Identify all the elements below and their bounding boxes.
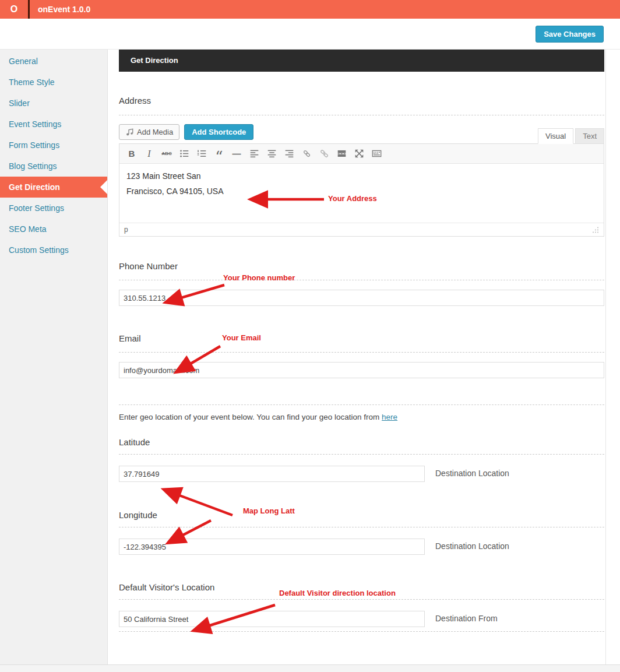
bottom-strip bbox=[0, 664, 620, 672]
address-heading: Address bbox=[119, 96, 604, 105]
sidebar-item-event-settings[interactable]: Event Settings bbox=[0, 114, 107, 135]
tab-text[interactable]: Text bbox=[575, 128, 604, 144]
section-divider bbox=[119, 599, 604, 600]
email-heading: Email bbox=[119, 333, 604, 343]
brand-title: onEvent 1.0.0 bbox=[30, 0, 90, 19]
sidebar-item-general[interactable]: General bbox=[0, 51, 107, 72]
horizontal-rule-icon[interactable]: — bbox=[228, 146, 245, 161]
editor-header: Add Media Add Shortcode Visual Text bbox=[119, 124, 604, 143]
sidebar-item-get-direction[interactable]: Get Direction bbox=[0, 177, 107, 198]
sidebar-item-custom-settings[interactable]: Custom Settings bbox=[0, 240, 107, 261]
tab-visual[interactable]: Visual bbox=[538, 128, 573, 144]
settings-panel: Get Direction Address Add Media Add Shor… bbox=[108, 50, 605, 664]
blockquote-icon[interactable]: “ bbox=[210, 146, 228, 161]
section-divider bbox=[119, 454, 604, 455]
settings-sidebar: General Theme Style Slider Event Setting… bbox=[0, 50, 108, 664]
latitude-side-label: Destination Location bbox=[435, 466, 509, 478]
toolbar-toggle-icon[interactable] bbox=[368, 146, 385, 161]
media-note-icon bbox=[125, 128, 134, 136]
save-changes-button[interactable]: Save Changes bbox=[536, 26, 604, 43]
latitude-input[interactable] bbox=[119, 466, 425, 482]
address-editor-content[interactable]: 123 Main Street San Francisco, CA 94105,… bbox=[119, 164, 604, 223]
annotation-default-visitor: Default Visitor direction location bbox=[279, 589, 396, 597]
sidebar-item-footer-settings[interactable]: Footer Settings bbox=[0, 198, 107, 219]
action-bar: Save Changes bbox=[0, 19, 620, 50]
longitude-input[interactable] bbox=[119, 539, 425, 555]
add-media-button[interactable]: Add Media bbox=[119, 124, 179, 140]
italic-icon[interactable]: I bbox=[140, 146, 158, 161]
longitude-side-label: Destination Location bbox=[435, 539, 509, 551]
editor-element-path: p bbox=[124, 226, 128, 234]
top-bar: O onEvent 1.0.0 bbox=[0, 0, 620, 19]
default-location-input[interactable] bbox=[119, 611, 425, 627]
align-center-icon[interactable] bbox=[263, 146, 280, 161]
phone-input[interactable] bbox=[119, 290, 604, 306]
section-divider bbox=[119, 631, 604, 632]
align-right-icon[interactable] bbox=[280, 146, 298, 161]
app-logo: O bbox=[0, 0, 28, 19]
annotation-your-address: Your Address bbox=[328, 194, 377, 203]
phone-heading: Phone Number bbox=[119, 261, 604, 271]
section-divider bbox=[119, 404, 604, 405]
section-divider bbox=[119, 280, 604, 280]
annotation-your-email: Your Email bbox=[222, 333, 261, 342]
latitude-heading: Latitude bbox=[119, 437, 604, 447]
annotation-your-phone: Your Phone number bbox=[223, 273, 295, 282]
sidebar-item-theme-style[interactable]: Theme Style bbox=[0, 72, 107, 93]
section-divider bbox=[119, 115, 604, 115]
unlink-icon[interactable] bbox=[315, 146, 333, 161]
longitude-heading: Longitude bbox=[119, 510, 604, 520]
section-divider bbox=[119, 527, 604, 527]
geo-location-here-link[interactable]: here bbox=[382, 413, 397, 421]
main-layout: General Theme Style Slider Event Setting… bbox=[0, 50, 606, 664]
numbered-list-icon[interactable] bbox=[193, 146, 210, 161]
more-tag-icon[interactable] bbox=[333, 146, 350, 161]
sidebar-item-slider[interactable]: Slider bbox=[0, 93, 107, 114]
active-item-arrow bbox=[100, 180, 107, 194]
bold-icon[interactable]: B bbox=[123, 146, 140, 161]
strikethrough-icon[interactable]: ABC bbox=[158, 146, 175, 161]
sidebar-item-seo-meta[interactable]: SEO Meta bbox=[0, 219, 107, 240]
editor-status-bar: p bbox=[119, 223, 604, 236]
annotation-map-long-latt: Map Long Latt bbox=[243, 506, 295, 515]
wysiwyg-editor: B I ABC “ — bbox=[119, 143, 604, 237]
panel-title: Get Direction bbox=[119, 50, 604, 72]
add-shortcode-button[interactable]: Add Shortcode bbox=[184, 124, 253, 140]
address-line-1: 123 Main Street San bbox=[126, 169, 597, 184]
link-icon[interactable] bbox=[298, 146, 315, 161]
section-divider bbox=[119, 352, 604, 353]
sidebar-item-blog-settings[interactable]: Blog Settings bbox=[0, 156, 107, 177]
email-input[interactable] bbox=[119, 362, 604, 378]
bullet-list-icon[interactable] bbox=[175, 146, 193, 161]
geo-location-note: Enter geo location of your event below. … bbox=[119, 413, 604, 421]
sidebar-item-form-settings[interactable]: Form Settings bbox=[0, 135, 107, 156]
align-left-icon[interactable] bbox=[245, 146, 263, 161]
editor-toolbar: B I ABC “ — bbox=[119, 144, 604, 164]
default-location-side-label: Destination From bbox=[435, 611, 498, 623]
resize-grip-icon[interactable] bbox=[592, 226, 599, 233]
fullscreen-icon[interactable] bbox=[350, 146, 368, 161]
